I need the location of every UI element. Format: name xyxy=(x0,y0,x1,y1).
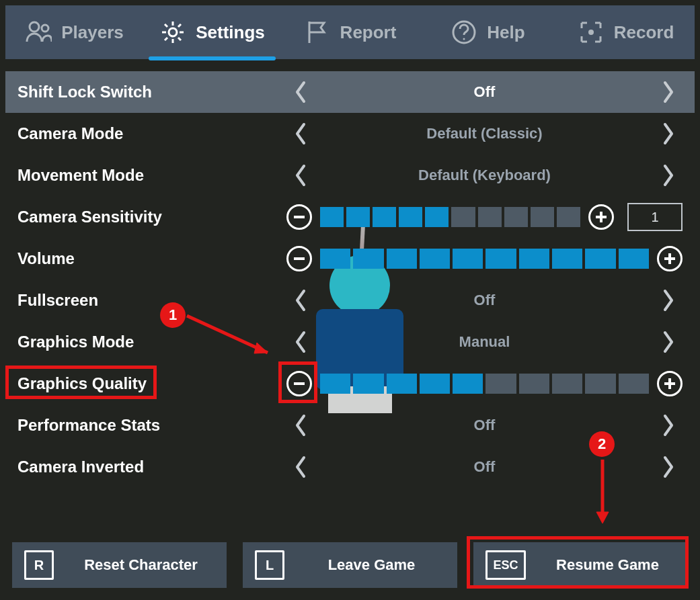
slider-segment xyxy=(519,374,549,394)
svg-point-5 xyxy=(588,30,594,35)
gear-icon xyxy=(159,19,186,46)
plus-button[interactable] xyxy=(657,246,683,271)
prev-button[interactable] xyxy=(286,78,315,106)
button-label: Leave Game xyxy=(298,556,445,574)
tab-report[interactable]: Report xyxy=(281,5,419,59)
slider-segment xyxy=(485,374,516,394)
prev-button[interactable] xyxy=(286,120,315,148)
tab-label: Settings xyxy=(196,22,265,43)
row-shift-lock: Shift Lock Switch Off xyxy=(5,71,695,113)
row-fullscreen: Fullscreen Off xyxy=(5,280,695,321)
slider-segment xyxy=(485,249,516,269)
toggle-value: Default (Keyboard) xyxy=(315,167,654,184)
slider-segment xyxy=(619,249,649,269)
resume-game-button[interactable]: ESC Resume Game xyxy=(473,542,688,588)
prev-button[interactable] xyxy=(286,453,315,481)
plus-button[interactable] xyxy=(657,371,683,396)
slider-segment xyxy=(478,207,502,227)
row-label: Performance Stats xyxy=(17,416,286,435)
slider-segment xyxy=(453,249,483,269)
row-camera-mode: Camera Mode Default (Classic) xyxy=(5,113,695,155)
flag-icon xyxy=(304,19,331,46)
slider-segment xyxy=(353,249,383,269)
slider-segment xyxy=(585,374,615,394)
tab-label: Players xyxy=(61,22,124,43)
keycap: L xyxy=(255,550,284,580)
tab-label: Help xyxy=(487,22,524,43)
prev-button[interactable] xyxy=(286,328,315,356)
prev-button[interactable] xyxy=(286,286,315,314)
row-label: Camera Mode xyxy=(17,124,286,143)
next-button[interactable] xyxy=(654,120,683,148)
record-icon xyxy=(578,19,605,46)
slider-segment xyxy=(519,249,549,269)
slider-segment xyxy=(420,249,450,269)
slider-segment xyxy=(399,207,422,227)
next-button[interactable] xyxy=(654,411,683,439)
toggle-value: Off xyxy=(315,417,654,434)
button-label: Reset Character xyxy=(67,556,215,574)
row-graphics-mode: Graphics Mode Manual xyxy=(5,321,695,363)
slider-segment xyxy=(320,249,350,269)
minus-button[interactable] xyxy=(286,246,312,271)
volume-slider[interactable] xyxy=(320,249,649,269)
next-button[interactable] xyxy=(654,78,683,106)
slider-segment xyxy=(585,249,615,269)
tab-settings[interactable]: Settings xyxy=(143,5,281,59)
slider-segment xyxy=(373,207,396,227)
tab-help[interactable]: Help xyxy=(419,5,557,59)
leave-game-button[interactable]: L Leave Game xyxy=(243,542,457,588)
tab-record[interactable]: Record xyxy=(557,5,695,59)
slider-segment xyxy=(504,207,528,227)
slider-segment xyxy=(320,374,350,394)
svg-point-2 xyxy=(169,28,177,36)
slider-segment xyxy=(346,207,370,227)
toggle-value: Off xyxy=(315,458,654,476)
next-button[interactable] xyxy=(654,328,683,356)
slider-segment xyxy=(619,374,649,394)
toggle-value: Off xyxy=(315,83,654,101)
row-camera-inverted: Camera Inverted Off xyxy=(5,446,695,488)
slider-segment xyxy=(552,249,582,269)
keycap: R xyxy=(24,550,54,580)
row-label: Fullscreen xyxy=(17,291,286,310)
slider-segment xyxy=(353,374,383,394)
button-label: Resume Game xyxy=(539,556,676,574)
toggle-value: Off xyxy=(315,292,654,309)
slider-segment xyxy=(453,374,483,394)
reset-character-button[interactable]: R Reset Character xyxy=(12,542,227,588)
bottom-button-bar: R Reset Character L Leave Game ESC Resum… xyxy=(12,542,688,588)
row-label: Movement Mode xyxy=(17,166,286,185)
slider-segment xyxy=(320,207,344,227)
row-label: Camera Inverted xyxy=(17,458,286,476)
tab-players[interactable]: Players xyxy=(5,5,143,59)
slider-segment xyxy=(531,207,554,227)
players-icon xyxy=(25,19,52,46)
help-icon xyxy=(451,19,477,46)
sensitivity-slider[interactable] xyxy=(320,207,580,227)
svg-point-0 xyxy=(30,22,39,32)
next-button[interactable] xyxy=(654,286,683,314)
toggle-value: Manual xyxy=(315,333,654,351)
svg-point-1 xyxy=(42,25,48,32)
sensitivity-value[interactable]: 1 xyxy=(627,203,683,231)
next-button[interactable] xyxy=(654,161,683,189)
plus-button[interactable] xyxy=(588,204,614,230)
minus-button[interactable] xyxy=(286,204,312,230)
row-label: Camera Sensitivity xyxy=(17,208,286,226)
slider-segment xyxy=(552,374,582,394)
tab-label: Report xyxy=(340,22,397,43)
graphics-quality-slider[interactable] xyxy=(320,374,649,394)
row-camera-sensitivity: Camera Sensitivity 1 xyxy=(5,196,695,238)
minus-button[interactable] xyxy=(286,371,312,396)
svg-marker-18 xyxy=(596,512,609,523)
keycap: ESC xyxy=(485,550,526,580)
prev-button[interactable] xyxy=(286,411,315,439)
settings-panel: Shift Lock Switch Off Camera Mode Defaul… xyxy=(5,71,695,488)
slider-segment xyxy=(387,374,417,394)
prev-button[interactable] xyxy=(286,161,315,189)
svg-point-4 xyxy=(463,38,465,40)
next-button[interactable] xyxy=(654,453,683,481)
slider-segment xyxy=(425,207,449,227)
row-movement-mode: Movement Mode Default (Keyboard) xyxy=(5,155,695,196)
